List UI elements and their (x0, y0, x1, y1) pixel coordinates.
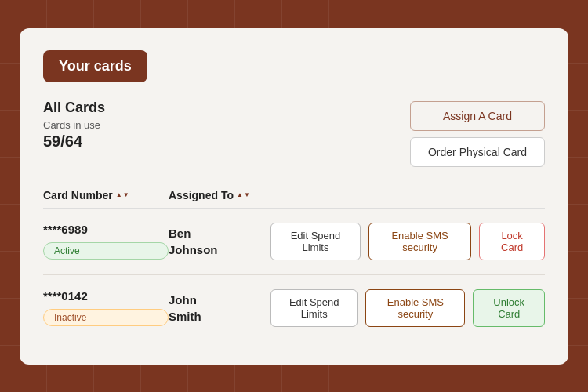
assigned-name: JohnSmith (169, 292, 270, 325)
status-badge: Inactive (43, 309, 169, 326)
edit-spend-limits-button[interactable]: Edit Spend Limits (270, 289, 358, 327)
action-buttons: Assign A Card Order Physical Card (410, 101, 545, 167)
cards-list: ****6989 Active BenJohnson Edit Spend Li… (43, 209, 545, 341)
col-header-card-number: Card Number ▲▼ (43, 189, 169, 201)
enable-sms-security-button[interactable]: Enable SMS security (368, 223, 471, 260)
enable-sms-security-button[interactable]: Enable SMS security (365, 289, 465, 327)
col-header-assigned-to: Assigned To ▲▼ (169, 189, 545, 201)
cards-count: 59/64 (43, 132, 105, 151)
table-row: ****0142 Inactive JohnSmith Edit Spend L… (43, 275, 545, 341)
all-cards-label: All Cards (43, 100, 105, 116)
edit-spend-limits-button[interactable]: Edit Spend Limits (270, 223, 361, 260)
assigned-name: BenJohnson (169, 225, 270, 258)
main-panel: Your cards All Cards Cards in use 59/64 … (20, 28, 568, 365)
assign-card-button[interactable]: Assign A Card (410, 101, 545, 131)
table-header: Card Number ▲▼ Assigned To ▲▼ (43, 181, 545, 209)
your-cards-title: Your cards (43, 50, 147, 82)
unlock-card-button[interactable]: Unlock Card (473, 289, 545, 327)
card-number: ****0142 (43, 289, 169, 303)
top-row: All Cards Cards in use 59/64 Assign A Ca… (43, 100, 545, 167)
sort-assigned-to-icon[interactable]: ▲▼ (238, 189, 250, 201)
card-number-col: ****0142 Inactive (43, 289, 169, 326)
status-badge: Active (43, 242, 169, 260)
row-actions: Edit Spend Limits Enable SMS security Lo… (270, 223, 545, 260)
table-row: ****6989 Active BenJohnson Edit Spend Li… (43, 209, 545, 275)
sort-card-number-icon[interactable]: ▲▼ (117, 189, 129, 201)
lock-card-button[interactable]: Lock Card (479, 223, 545, 260)
order-physical-card-button[interactable]: Order Physical Card (410, 137, 545, 167)
all-cards-section: All Cards Cards in use 59/64 (43, 100, 105, 151)
row-actions: Edit Spend Limits Enable SMS security Un… (270, 289, 545, 327)
card-number: ****6989 (43, 223, 169, 236)
card-number-col: ****6989 Active (43, 223, 169, 260)
cards-in-use-label: Cards in use (43, 119, 105, 131)
